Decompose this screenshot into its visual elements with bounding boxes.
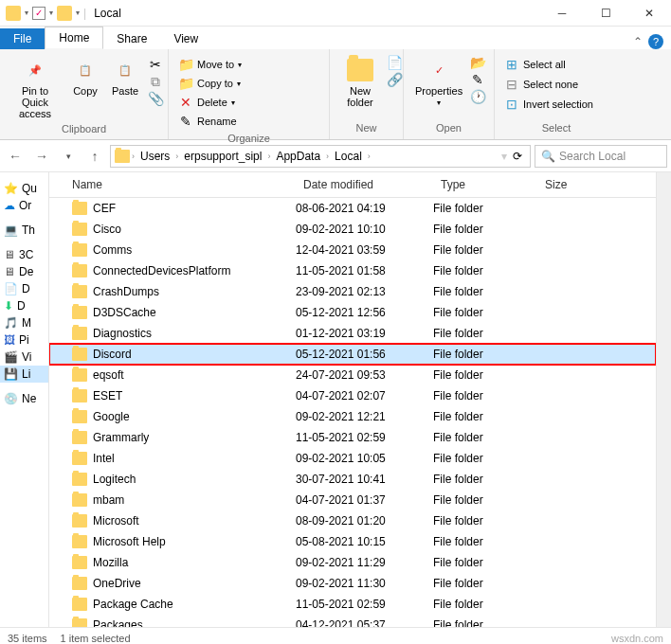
close-button[interactable]: ✕ (627, 0, 671, 27)
moveto-button[interactable]: 📁Move to▾ (174, 55, 245, 74)
file-name: Diagnostics (93, 327, 152, 340)
sidebar-item[interactable]: 🖼Pi (0, 331, 48, 349)
copy-path-icon[interactable]: ⧉ (148, 74, 163, 89)
table-row[interactable]: Logitech30-07-2021 10:41File folder (49, 469, 656, 490)
table-row[interactable]: CEF08-06-2021 04:19File folder (49, 198, 656, 219)
table-row[interactable]: Comms12-04-2021 03:59File folder (49, 240, 656, 260)
edit-icon[interactable]: ✎ (470, 72, 485, 87)
folder-icon (72, 306, 87, 319)
column-date[interactable]: Date modified (296, 172, 433, 197)
recent-button[interactable]: ▾ (57, 145, 80, 168)
breadcrumb[interactable]: Local (331, 150, 366, 163)
table-row[interactable]: Cisco09-02-2021 10:10File folder (49, 219, 656, 240)
tab-view[interactable]: View (160, 28, 211, 49)
sidebar-item[interactable]: 💿Ne (0, 390, 48, 407)
table-row[interactable]: mbam04-07-2021 01:37File folder (49, 490, 656, 510)
up-button[interactable]: ↑ (83, 145, 106, 168)
file-date: 08-09-2021 01:20 (296, 514, 433, 528)
invert-selection-button[interactable]: ⊡Invert selection (500, 95, 597, 114)
table-row[interactable]: CrashDumps23-09-2021 02:13File folder (49, 281, 656, 302)
chevron-icon[interactable]: › (267, 152, 270, 161)
properties-button[interactable]: ✓ Properties ▾ (409, 55, 468, 109)
table-row[interactable]: Mozilla09-02-2021 11:29File folder (49, 552, 656, 573)
sidebar-item[interactable]: 🖥3C (0, 246, 48, 263)
sidebar-item[interactable]: ⭐Qu (0, 180, 48, 197)
address-bar[interactable]: › Users › erpsupport_sipl › AppData › Lo… (110, 145, 531, 168)
help-icon[interactable]: ? (648, 34, 663, 49)
folder-icon (72, 285, 87, 298)
sidebar-item[interactable]: ☁Or (0, 197, 48, 214)
sidebar-item[interactable]: 🎬Vi (0, 349, 48, 366)
pin-button[interactable]: 📌 Pin to Quick access (6, 55, 64, 121)
table-row[interactable]: Microsoft08-09-2021 01:20File folder (49, 510, 656, 531)
chevron-icon[interactable]: › (326, 152, 329, 161)
file-name: Grammarly (93, 431, 149, 444)
breadcrumb[interactable]: Users (136, 150, 173, 163)
sidebar-item[interactable]: 💾Li (0, 366, 48, 383)
sidebar-item[interactable]: 🎵M (0, 314, 48, 331)
file-date: 04-07-2021 01:37 (296, 493, 433, 507)
tab-home[interactable]: Home (45, 27, 103, 49)
table-row[interactable]: D3DSCache05-12-2021 12:56File folder (49, 302, 656, 323)
table-row[interactable]: eqsoft24-07-2021 09:53File folder (49, 365, 656, 385)
cut-icon[interactable]: ✂ (148, 57, 163, 72)
new-item-icon[interactable]: 📄 (387, 55, 402, 70)
sidebar-item[interactable]: 🖥De (0, 263, 48, 280)
table-row[interactable]: Google09-02-2021 12:21File folder (49, 406, 656, 427)
sidebar-item[interactable]: 📄D (0, 280, 48, 297)
select-none-button[interactable]: ⊟Select none (500, 75, 582, 94)
table-row[interactable]: Intel09-02-2021 10:05File folder (49, 448, 656, 469)
search-box[interactable]: 🔍 Search Local (535, 145, 667, 168)
open-icon[interactable]: 📂 (470, 55, 485, 70)
table-row[interactable]: ESET04-07-2021 02:07File folder (49, 385, 656, 406)
chevron-icon[interactable]: › (175, 152, 178, 161)
file-name: Package Cache (93, 598, 173, 611)
pin-icon: 📌 (22, 57, 48, 83)
scrollbar[interactable] (656, 172, 671, 627)
ribbon-collapse-icon[interactable]: ⌃ (633, 35, 643, 48)
copy-label: Copy (73, 85, 98, 97)
chevron-icon[interactable]: › (368, 152, 371, 161)
paste-button[interactable]: 📋 Paste (106, 55, 144, 98)
column-type[interactable]: Type (433, 172, 537, 197)
file-type: File folder (433, 327, 537, 340)
quick-access-check-icon[interactable]: ✓ (32, 7, 45, 20)
tab-file[interactable]: File (0, 28, 45, 49)
sidebar-label: D (17, 299, 26, 313)
copyto-button[interactable]: 📁Copy to▾ (174, 74, 245, 93)
column-name[interactable]: Name (49, 172, 296, 197)
table-row[interactable]: Discord05-12-2021 01:56File folder (49, 344, 656, 365)
sidebar-item[interactable]: 💻Th (0, 222, 48, 239)
paste-shortcut-icon[interactable]: 📎 (148, 91, 163, 106)
table-row[interactable]: OneDrive09-02-2021 11:30File folder (49, 573, 656, 594)
table-row[interactable]: Microsoft Help05-08-2021 10:15File folde… (49, 531, 656, 552)
table-row[interactable]: Packages04-12-2021 05:37File folder (49, 615, 656, 627)
rename-button[interactable]: ✎Rename (174, 112, 241, 131)
refresh-button[interactable]: ⟳ (509, 150, 526, 163)
back-button[interactable]: ← (4, 145, 27, 168)
dropdown-icon[interactable]: ▾ (25, 9, 28, 17)
copy-button[interactable]: 📋 Copy (66, 55, 104, 98)
newfolder-button[interactable]: New folder (336, 55, 385, 110)
tab-share[interactable]: Share (103, 28, 160, 49)
sidebar-item[interactable]: ⬇D (0, 297, 48, 314)
breadcrumb[interactable]: AppData (272, 150, 324, 163)
delete-button[interactable]: ✕Delete▾ (174, 93, 239, 112)
minimize-button[interactable]: ─ (540, 0, 584, 27)
chevron-icon[interactable]: › (132, 152, 135, 161)
breadcrumb[interactable]: erpsupport_sipl (180, 150, 265, 163)
select-all-button[interactable]: ⊞Select all (500, 55, 570, 74)
forward-button[interactable]: → (30, 145, 53, 168)
invert-icon: ⊡ (504, 97, 519, 112)
dropdown-icon[interactable]: ▾ (76, 9, 80, 17)
maximize-button[interactable]: ☐ (584, 0, 627, 27)
easy-access-icon[interactable]: 🔗 (387, 72, 402, 87)
history-icon[interactable]: 🕐 (470, 89, 485, 104)
table-row[interactable]: Grammarly11-05-2021 02:59File folder (49, 427, 656, 448)
dropdown-icon[interactable]: ▾ (49, 9, 53, 17)
table-row[interactable]: ConnectedDevicesPlatform11-05-2021 01:58… (49, 260, 656, 281)
sidebar-label: Ne (22, 392, 36, 405)
column-size[interactable]: Size (537, 172, 613, 197)
table-row[interactable]: Diagnostics01-12-2021 03:19File folder (49, 323, 656, 344)
table-row[interactable]: Package Cache11-05-2021 02:59File folder (49, 594, 656, 615)
